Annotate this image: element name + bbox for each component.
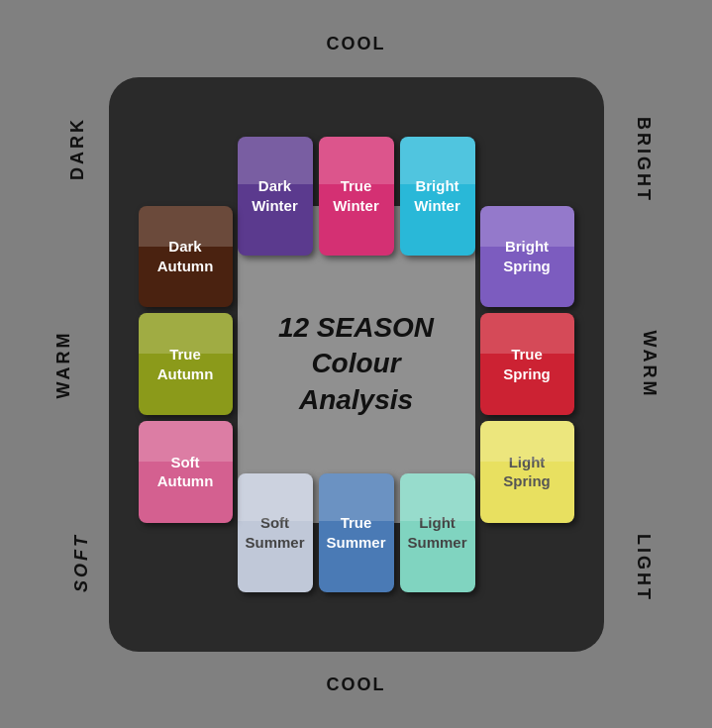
- spring-col: BrightSpring TrueSpring LightSpring: [480, 206, 574, 523]
- label-warm-left: WARM: [53, 330, 74, 398]
- main-container: 12 SEASON Colour Analysis DarkWinter Tru…: [109, 77, 604, 652]
- label-dark: DARK: [67, 117, 88, 180]
- label-bright: BRIGHT: [633, 117, 654, 203]
- bright-winter-block: BrightWinter: [400, 137, 475, 256]
- true-autumn-block: TrueAutumn: [139, 313, 233, 415]
- dark-winter-block: DarkWinter: [238, 137, 313, 256]
- autumn-col: DarkAutumn TrueAutumn SoftAutumn: [139, 206, 233, 523]
- label-light: LIGHT: [633, 534, 654, 602]
- center-title: 12 SEASON Colour Analysis: [278, 310, 434, 418]
- label-cool-top: COOL: [327, 34, 386, 54]
- label-cool-bottom: COOL: [327, 675, 386, 695]
- soft-summer-block: SoftSummer: [238, 473, 313, 592]
- true-summer-block: TrueSummer: [319, 473, 394, 592]
- winter-row: DarkWinter TrueWinter BrightWinter: [238, 137, 475, 256]
- bright-spring-block: BrightSpring: [480, 206, 574, 308]
- dark-autumn-block: DarkAutumn: [139, 206, 233, 308]
- true-winter-block: TrueWinter: [319, 137, 394, 256]
- summer-row: SoftSummer TrueSummer LightSummer: [238, 473, 475, 592]
- soft-autumn-block: SoftAutumn: [139, 421, 233, 523]
- light-spring-block: LightSpring: [480, 421, 574, 523]
- diagram-wrapper: COOL COOL DARK BRIGHT WARM WARM SOFT LIG…: [50, 28, 663, 701]
- label-warm-right: WARM: [639, 330, 660, 398]
- label-soft: SOFT: [71, 533, 92, 592]
- light-summer-block: LightSummer: [400, 473, 475, 592]
- true-spring-block: TrueSpring: [480, 313, 574, 415]
